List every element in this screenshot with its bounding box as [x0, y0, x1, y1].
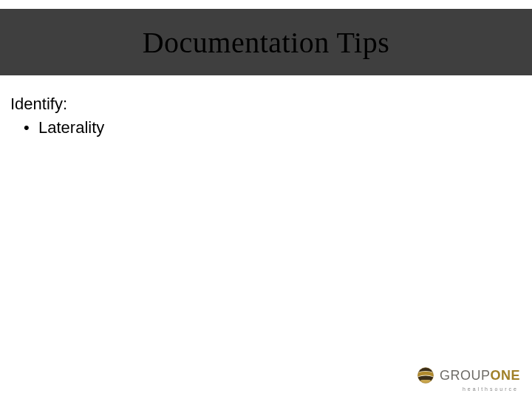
- logo-subtitle: healthsource: [463, 386, 519, 392]
- slide: Documentation Tips Identify: Laterality: [0, 0, 532, 399]
- logo-row: GROUPONE: [416, 366, 520, 385]
- title-band: Documentation Tips: [0, 9, 532, 75]
- logo-wordmark: GROUPONE: [440, 369, 520, 382]
- lead-text: Identify:: [10, 95, 522, 114]
- globe-icon: [416, 366, 435, 385]
- list-item: Laterality: [24, 117, 522, 139]
- slide-title: Documentation Tips: [143, 25, 390, 60]
- brand-logo: GROUPONE healthsource: [416, 366, 520, 392]
- logo-text-group: GROUP: [440, 368, 491, 383]
- logo-text-one: ONE: [490, 368, 520, 383]
- slide-body: Identify: Laterality: [10, 95, 522, 139]
- bullet-list: Laterality: [10, 117, 522, 139]
